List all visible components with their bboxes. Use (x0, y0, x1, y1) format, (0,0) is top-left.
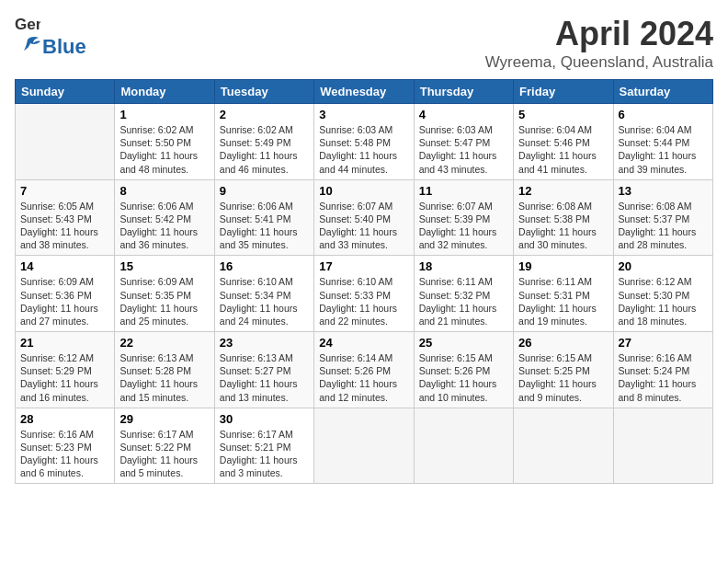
day-number: 17 (319, 259, 408, 273)
day-info: Sunrise: 6:16 AMSunset: 5:24 PMDaylight:… (619, 351, 708, 404)
calendar-cell: 23Sunrise: 6:13 AMSunset: 5:27 PMDayligh… (214, 332, 313, 408)
calendar-cell: 28Sunrise: 6:16 AMSunset: 5:23 PMDayligh… (16, 408, 115, 484)
calendar-cell: 22Sunrise: 6:13 AMSunset: 5:28 PMDayligh… (115, 332, 214, 408)
day-info: Sunrise: 6:15 AMSunset: 5:26 PMDaylight:… (419, 351, 508, 404)
weekday-header: Wednesday (314, 80, 414, 104)
day-info: Sunrise: 6:08 AMSunset: 5:37 PMDaylight:… (619, 200, 708, 252)
calendar-cell: 27Sunrise: 6:16 AMSunset: 5:24 PMDayligh… (613, 332, 712, 408)
day-number: 26 (518, 336, 608, 350)
svg-text:General: General (15, 16, 40, 33)
day-info: Sunrise: 6:10 AMSunset: 5:33 PMDaylight:… (319, 275, 408, 327)
day-number: 4 (419, 108, 508, 121)
day-info: Sunrise: 6:05 AMSunset: 5:43 PMDaylight:… (20, 200, 109, 252)
calendar-cell: 21Sunrise: 6:12 AMSunset: 5:29 PMDayligh… (16, 332, 115, 408)
calendar-cell: 20Sunrise: 6:12 AMSunset: 5:30 PMDayligh… (613, 256, 712, 332)
day-info: Sunrise: 6:08 AMSunset: 5:38 PMDaylight:… (518, 200, 608, 252)
calendar-cell: 10Sunrise: 6:07 AMSunset: 5:40 PMDayligh… (314, 179, 414, 256)
day-number: 21 (20, 336, 109, 350)
day-number: 2 (220, 108, 309, 121)
day-number: 13 (619, 184, 708, 198)
calendar-cell: 13Sunrise: 6:08 AMSunset: 5:37 PMDayligh… (613, 179, 712, 256)
day-number: 3 (319, 108, 408, 121)
day-info: Sunrise: 6:09 AMSunset: 5:36 PMDaylight:… (20, 275, 109, 327)
day-number: 16 (220, 259, 309, 273)
calendar-cell: 16Sunrise: 6:10 AMSunset: 5:34 PMDayligh… (214, 256, 313, 332)
calendar-week-row: 21Sunrise: 6:12 AMSunset: 5:29 PMDayligh… (16, 332, 713, 408)
day-number: 1 (119, 108, 209, 121)
calendar-week-row: 28Sunrise: 6:16 AMSunset: 5:23 PMDayligh… (16, 408, 713, 484)
calendar-cell (16, 104, 115, 180)
calendar-cell: 14Sunrise: 6:09 AMSunset: 5:36 PMDayligh… (16, 256, 115, 332)
calendar-cell (514, 408, 613, 484)
day-info: Sunrise: 6:17 AMSunset: 5:22 PMDaylight:… (119, 428, 209, 480)
day-info: Sunrise: 6:02 AMSunset: 5:50 PMDaylight:… (119, 123, 209, 176)
calendar-cell: 12Sunrise: 6:08 AMSunset: 5:38 PMDayligh… (514, 179, 613, 256)
day-number: 27 (619, 336, 708, 350)
day-number: 15 (119, 259, 209, 273)
calendar-cell: 19Sunrise: 6:11 AMSunset: 5:31 PMDayligh… (514, 256, 613, 332)
calendar-week-row: 1Sunrise: 6:02 AMSunset: 5:50 PMDaylight… (16, 104, 713, 180)
logo: General Blue (15, 15, 86, 59)
day-number: 12 (518, 184, 608, 198)
calendar-cell: 6Sunrise: 6:04 AMSunset: 5:44 PMDaylight… (613, 104, 712, 180)
bird-icon (15, 36, 40, 58)
logo-bird-icon: General (15, 15, 40, 35)
calendar-cell: 30Sunrise: 6:17 AMSunset: 5:21 PMDayligh… (214, 408, 313, 484)
weekday-header: Tuesday (214, 80, 313, 104)
day-info: Sunrise: 6:04 AMSunset: 5:44 PMDaylight:… (619, 123, 708, 176)
day-number: 30 (220, 412, 309, 426)
calendar-cell: 5Sunrise: 6:04 AMSunset: 5:46 PMDaylight… (514, 104, 613, 180)
logo-blue-text: Blue (42, 35, 86, 59)
day-number: 24 (319, 336, 408, 350)
weekday-header: Monday (115, 80, 214, 104)
day-info: Sunrise: 6:10 AMSunset: 5:34 PMDaylight:… (220, 275, 309, 327)
title-area: April 2024 Wyreema, Queensland, Australi… (485, 15, 713, 72)
calendar-cell: 8Sunrise: 6:06 AMSunset: 5:42 PMDaylight… (115, 179, 214, 256)
calendar-table: SundayMondayTuesdayWednesdayThursdayFrid… (15, 79, 713, 484)
day-number: 20 (619, 259, 708, 273)
weekday-header: Sunday (16, 80, 115, 104)
calendar-cell: 2Sunrise: 6:02 AMSunset: 5:49 PMDaylight… (214, 104, 313, 180)
weekday-header: Thursday (414, 80, 513, 104)
day-info: Sunrise: 6:07 AMSunset: 5:39 PMDaylight:… (419, 200, 508, 252)
day-number: 10 (319, 184, 408, 198)
location-title: Wyreema, Queensland, Australia (485, 53, 713, 72)
day-info: Sunrise: 6:17 AMSunset: 5:21 PMDaylight:… (220, 428, 309, 480)
day-number: 22 (119, 336, 209, 350)
day-info: Sunrise: 6:14 AMSunset: 5:26 PMDaylight:… (319, 351, 408, 404)
day-number: 28 (20, 412, 109, 426)
day-info: Sunrise: 6:13 AMSunset: 5:28 PMDaylight:… (119, 351, 209, 404)
calendar-cell: 4Sunrise: 6:03 AMSunset: 5:47 PMDaylight… (414, 104, 513, 180)
day-number: 11 (419, 184, 508, 198)
day-info: Sunrise: 6:16 AMSunset: 5:23 PMDaylight:… (20, 428, 109, 480)
calendar-week-row: 14Sunrise: 6:09 AMSunset: 5:36 PMDayligh… (16, 256, 713, 332)
calendar-cell (414, 408, 513, 484)
day-info: Sunrise: 6:07 AMSunset: 5:40 PMDaylight:… (319, 200, 408, 252)
day-info: Sunrise: 6:13 AMSunset: 5:27 PMDaylight:… (220, 351, 309, 404)
calendar-cell: 3Sunrise: 6:03 AMSunset: 5:48 PMDaylight… (314, 104, 414, 180)
day-info: Sunrise: 6:12 AMSunset: 5:29 PMDaylight:… (20, 351, 109, 404)
day-info: Sunrise: 6:11 AMSunset: 5:32 PMDaylight:… (419, 275, 508, 327)
weekday-header: Saturday (613, 80, 712, 104)
calendar-cell: 24Sunrise: 6:14 AMSunset: 5:26 PMDayligh… (314, 332, 414, 408)
calendar-cell: 7Sunrise: 6:05 AMSunset: 5:43 PMDaylight… (16, 179, 115, 256)
day-info: Sunrise: 6:02 AMSunset: 5:49 PMDaylight:… (220, 123, 309, 176)
day-info: Sunrise: 6:11 AMSunset: 5:31 PMDaylight:… (518, 275, 608, 327)
calendar-cell: 17Sunrise: 6:10 AMSunset: 5:33 PMDayligh… (314, 256, 414, 332)
day-info: Sunrise: 6:03 AMSunset: 5:47 PMDaylight:… (419, 123, 508, 176)
calendar-cell (314, 408, 414, 484)
day-info: Sunrise: 6:06 AMSunset: 5:42 PMDaylight:… (119, 200, 209, 252)
page-header: General Blue April 2024 Wyreema, Queensl… (15, 15, 713, 72)
calendar-cell: 9Sunrise: 6:06 AMSunset: 5:41 PMDaylight… (214, 179, 313, 256)
calendar-cell: 1Sunrise: 6:02 AMSunset: 5:50 PMDaylight… (115, 104, 214, 180)
calendar-cell: 18Sunrise: 6:11 AMSunset: 5:32 PMDayligh… (414, 256, 513, 332)
calendar-week-row: 7Sunrise: 6:05 AMSunset: 5:43 PMDaylight… (16, 179, 713, 256)
day-info: Sunrise: 6:15 AMSunset: 5:25 PMDaylight:… (518, 351, 608, 404)
day-number: 14 (20, 259, 109, 273)
day-info: Sunrise: 6:04 AMSunset: 5:46 PMDaylight:… (518, 123, 608, 176)
day-number: 5 (518, 108, 608, 121)
day-info: Sunrise: 6:03 AMSunset: 5:48 PMDaylight:… (319, 123, 408, 176)
calendar-cell (613, 408, 712, 484)
calendar-cell: 26Sunrise: 6:15 AMSunset: 5:25 PMDayligh… (514, 332, 613, 408)
day-number: 23 (220, 336, 309, 350)
